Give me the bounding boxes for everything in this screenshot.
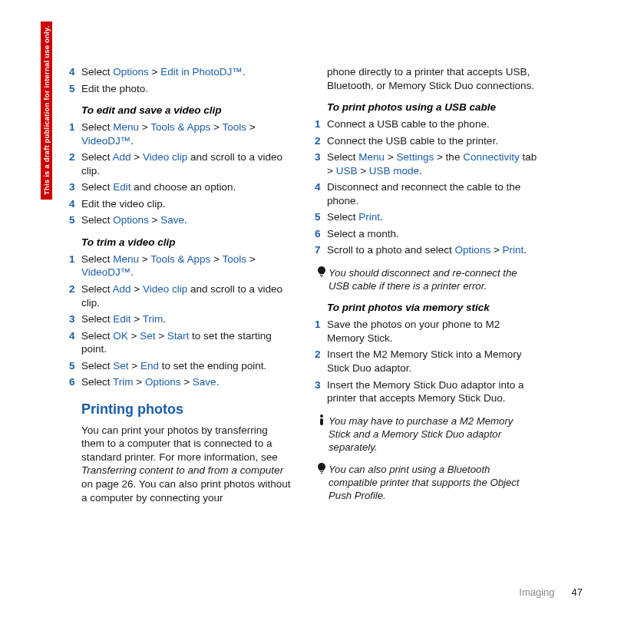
step-text: Save the photos on your phone to M2 Memo… [327, 318, 537, 345]
step-number: 5 [315, 210, 327, 224]
ui-path-link: Connectivity [463, 151, 520, 163]
step-text: Select Menu > Tools & Apps > Tools > Vid… [81, 253, 292, 279]
step-number: 3 [315, 150, 327, 164]
step-number: 2 [315, 348, 327, 362]
ui-path-link: Print [503, 244, 524, 256]
ui-path-link: VideoDJ™ [81, 135, 130, 147]
step-number: 1 [69, 253, 81, 266]
step-item: 2Select Add > Video clip and scroll to a… [69, 282, 292, 309]
step-number: 1 [315, 318, 327, 332]
printing-continuation: phone directly to a printer that accepts… [327, 65, 537, 92]
ui-path-link: Tools & Apps [150, 121, 210, 133]
ui-path-link: Options [145, 376, 181, 388]
ui-path-link: Video clip [143, 151, 187, 163]
sidebar-draft-label: This is a draft publication for internal… [41, 21, 52, 200]
step-number: 4 [69, 329, 81, 343]
ui-path-link: Menu [113, 253, 139, 265]
step-number: 4 [315, 180, 327, 194]
ui-path-link: Start [167, 330, 190, 342]
step-text: Select Trim > Options > Save. [81, 375, 292, 389]
step-number: 7 [315, 243, 327, 257]
ui-path-link: Trim [113, 376, 134, 388]
step-text: Scroll to a photo and select Options > P… [327, 243, 537, 257]
edit-save-heading: To edit and save a video clip [81, 104, 292, 116]
step-text: Select Edit > Trim. [81, 312, 292, 326]
ui-path-link: Save [193, 376, 216, 388]
step-number: 1 [315, 117, 327, 131]
step-number: 1 [69, 121, 81, 134]
ui-path-link: Tools & Apps [150, 253, 210, 265]
ui-path-link: Video clip [143, 283, 187, 295]
lightbulb-icon [315, 463, 329, 477]
step-item: 5Select Options > Save. [69, 213, 292, 227]
svg-point-0 [320, 414, 323, 418]
left-column: 4Select Options > Edit in PhotoDJ™.5Edit… [69, 65, 292, 504]
step-item: 5Select Set > End to set the ending poin… [69, 359, 292, 373]
svg-rect-1 [320, 418, 323, 425]
ui-path-link: OK [113, 330, 128, 342]
page-footer: Imaging 47 [519, 586, 583, 598]
ui-path-link: Trim [143, 313, 163, 325]
step-item: 6Select a month. [315, 227, 537, 241]
ui-path-link: VideoDJ™ [81, 266, 130, 278]
step-text: Edit the photo. [81, 82, 292, 96]
tip-purchase-memory: You may have to purchase a M2 Memory Sti… [315, 414, 537, 454]
step-text: Select Options > Edit in PhotoDJ™. [81, 65, 292, 79]
step-text: Select Menu > Tools & Apps > Tools > Vid… [81, 121, 292, 147]
ui-path-link: End [140, 360, 159, 372]
step-item: 1Select Menu > Tools & Apps > Tools > Vi… [69, 253, 292, 279]
step-item: 4Select Options > Edit in PhotoDJ™. [69, 65, 292, 79]
step-item: 4Disconnect and reconnect the cable to t… [315, 180, 537, 207]
ui-path-link: Settings [396, 151, 434, 163]
tip-usb-reconnect: You should disconnect and re-connect the… [315, 266, 537, 292]
ui-path-link: Options [113, 214, 149, 226]
ui-path-link: Add [113, 151, 131, 163]
printing-photos-title: Printing photos [81, 401, 292, 418]
ui-path-link: Edit [113, 181, 130, 193]
memory-stick-steps: 1Save the photos on your phone to M2 Mem… [315, 318, 537, 405]
step-item: 2Select Add > Video clip and scroll to a… [69, 150, 292, 177]
step-item: 4Select OK > Set > Start to set the star… [69, 329, 292, 356]
footer-page-number: 47 [572, 586, 583, 598]
ui-path-link: USB [336, 165, 358, 177]
step-number: 6 [315, 227, 327, 241]
info-icon [315, 414, 329, 428]
trim-steps: 1Select Menu > Tools & Apps > Tools > Vi… [69, 253, 292, 389]
step-text: Select Add > Video clip and scroll to a … [81, 150, 292, 177]
printing-photos-paragraph: You can print your photos by transferrin… [81, 424, 292, 504]
step-text: Select Set > End to set the ending point… [81, 359, 292, 373]
step-item: 3Select Edit > Trim. [69, 312, 292, 326]
top-steps: 4Select Options > Edit in PhotoDJ™.5Edit… [69, 65, 292, 95]
ui-path-link: Options [455, 244, 491, 256]
step-number: 5 [69, 359, 81, 373]
step-number: 2 [69, 150, 81, 164]
step-text: Select Edit and choose an option. [81, 180, 292, 194]
ui-path-link: Tools [222, 121, 246, 133]
memory-stick-heading: To print photos via memory stick [327, 302, 537, 313]
edit-save-steps: 1Select Menu > Tools & Apps > Tools > Vi… [69, 121, 292, 227]
ui-path-link: Options [113, 66, 149, 78]
step-item: 6Select Trim > Options > Save. [69, 375, 292, 389]
step-text: Insert the M2 Memory Stick into a Memory… [327, 348, 537, 375]
step-item: 4Edit the video clip. [69, 197, 292, 211]
step-text: Connect a USB cable to the phone. [327, 117, 537, 131]
step-item: 5Edit the photo. [69, 82, 292, 96]
ui-path-link: Edit [113, 313, 130, 325]
step-number: 6 [69, 375, 81, 389]
step-item: 3Insert the Memory Stick Duo adaptor int… [315, 378, 537, 405]
step-item: 2Insert the M2 Memory Stick into a Memor… [315, 348, 537, 375]
step-text: Select OK > Set > Start to set the start… [81, 329, 292, 356]
lightbulb-icon [315, 266, 329, 280]
step-number: 3 [69, 312, 81, 326]
ui-path-link: Set [113, 360, 128, 372]
step-item: 3Select Edit and choose an option. [69, 180, 292, 194]
step-text: Edit the video clip. [81, 197, 292, 211]
step-number: 2 [69, 282, 81, 296]
step-number: 2 [315, 134, 327, 148]
step-item: 3Select Menu > Settings > the Connectivi… [315, 150, 537, 177]
step-text: Select Add > Video clip and scroll to a … [81, 282, 292, 309]
ui-path-link: Set [140, 330, 155, 342]
step-item: 1Select Menu > Tools & Apps > Tools > Vi… [69, 121, 292, 147]
step-number: 5 [69, 82, 81, 96]
ui-path-link: Edit in PhotoDJ™ [160, 66, 243, 78]
